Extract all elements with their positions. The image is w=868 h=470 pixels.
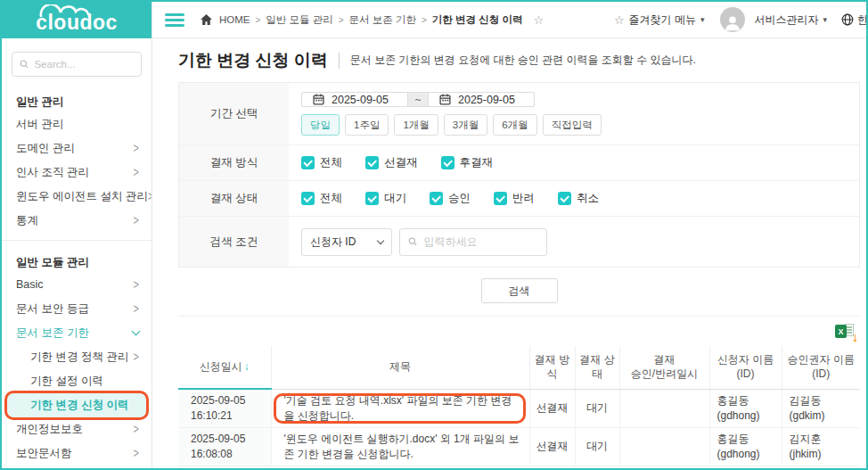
sidebar-item-windows-agent[interactable]: 윈도우 에이전트 설치 관리 >	[2, 185, 151, 209]
topbar-right: ☆ 즐겨찾기 메뉴 ▾ 서비스관리자 ▾	[614, 7, 868, 32]
cell-approval-datetime	[619, 389, 709, 427]
breadcrumb-home[interactable]: HOME	[219, 14, 250, 25]
checkbox-status-pending[interactable]: 대기	[365, 191, 406, 206]
cloudoc-logo[interactable]: cloudoc	[2, 2, 151, 38]
checkbox-checked-icon	[494, 192, 507, 205]
quick-period-3month-button[interactable]: 3개월	[444, 114, 487, 136]
condition-select[interactable]: 신청자 ID	[301, 228, 392, 256]
home-icon	[201, 14, 212, 25]
sidebar-item-domain[interactable]: 도메인 관리 >	[2, 136, 151, 161]
page-title-row: 기한 변경 신청 이력 문서 보존 기한의 변경 요청에 대한 승인 관련 이력…	[178, 38, 860, 82]
sidebar-item-retention-policy[interactable]: 기한 변경 정책 관리 >	[2, 345, 151, 369]
column-header-request-datetime[interactable]: 신청일시↓	[178, 346, 271, 389]
chevron-down-icon	[377, 236, 384, 243]
checkbox-checked-icon	[430, 192, 443, 205]
condition-search-input[interactable]	[424, 235, 538, 248]
filter-panel: 기간 선택 2025-09-05	[178, 82, 860, 268]
filter-label-status: 결재 상태	[179, 181, 289, 216]
date-to-input[interactable]: 2025-09-05	[429, 93, 534, 106]
sidebar-item-external-doc-exchange[interactable]: 대외문서교환 >	[2, 466, 151, 468]
breadcrumb-separator: >	[339, 15, 344, 25]
nav-section-modules: 일반 모듈 관리	[2, 248, 151, 273]
date-from-input[interactable]: 2025-09-05	[302, 93, 407, 106]
quick-period-buttons: 당일 1주일 1개월 3개월 6개월 직접입력	[301, 114, 847, 136]
checkbox-status-canceled[interactable]: 취소	[558, 191, 599, 206]
column-header-approval-datetime[interactable]: 결재 승인/반려일시	[619, 346, 709, 389]
column-header-status[interactable]: 결재 상태	[575, 346, 619, 389]
favorites-menu-button[interactable]: ☆ 즐겨찾기 메뉴 ▾	[614, 12, 705, 28]
quick-period-6month-button[interactable]: 6개월	[493, 114, 536, 136]
breadcrumb-item[interactable]: 일반 모듈 관리	[266, 13, 332, 27]
sidebar-item-secure-docbox[interactable]: 보안문서함 >	[2, 441, 151, 466]
user-menu-button[interactable]: 서비스관리자 ▾	[754, 12, 827, 28]
sidebar-divider	[2, 240, 151, 241]
method-checkbox-group: 전체 선결재 후결재	[301, 154, 847, 171]
cell-request-datetime: 2025-09-05 16:10:21	[178, 389, 271, 427]
date-range-picker: 2025-09-05 ~	[301, 92, 535, 107]
hamburger-menu-icon[interactable]	[165, 11, 184, 29]
breadcrumb-item[interactable]: 문서 보존 기한	[349, 13, 416, 27]
language-selector[interactable]: 한국어	[841, 12, 868, 28]
table-row[interactable]: 2025-09-05 16:08:08 '윈도우 에이전트 실행하기.docx'…	[178, 427, 860, 466]
quick-period-1month-button[interactable]: 1개월	[394, 114, 438, 136]
column-header-requester[interactable]: 신청자 이름 (ID)	[709, 346, 782, 389]
chevron-down-icon	[132, 327, 141, 336]
caret-down-icon: ▾	[700, 15, 705, 24]
title-divider	[339, 53, 340, 69]
sidebar-search[interactable]	[12, 52, 142, 77]
sidebar-item-doc-security-grade[interactable]: 문서 보안 등급 >	[2, 297, 151, 321]
checkbox-method-all[interactable]: 전체	[301, 155, 342, 170]
sidebar-item-retention-change-history[interactable]: 기한 변경 신청 이력	[2, 393, 151, 417]
search-button[interactable]: 검색	[481, 278, 558, 303]
filter-label-method: 결재 방식	[179, 145, 289, 180]
column-header-approver[interactable]: 승인권자 이름 (ID)	[782, 346, 860, 389]
column-header-method[interactable]: 결재 방식	[529, 346, 575, 389]
cloud-arc-icon	[36, 4, 107, 17]
sidebar-item-privacy[interactable]: 개인정보보호 >	[2, 417, 151, 441]
table-row[interactable]: 2025-09-05 16:10:21 '기술 검토 요청 내역.xlsx' 파…	[178, 389, 860, 427]
date-from-value: 2025-09-05	[332, 94, 389, 106]
checkbox-status-approved[interactable]: 승인	[430, 191, 471, 206]
checkbox-status-rejected[interactable]: 반려	[494, 191, 535, 206]
table-header-row: 신청일시↓ 제목 결재 방식 결재 상태 결재 승인/반려일시 신청자 이름	[178, 346, 860, 389]
sidebar-item-statistics[interactable]: 통계 >	[2, 209, 151, 233]
filter-row-period: 기간 선택 2025-09-05	[179, 83, 859, 145]
status-checkbox-group: 전체 대기 승인 반려 취소	[301, 190, 847, 207]
cell-title[interactable]: '기술 검토 요청 내역.xlsx' 파일의 보존 기한 변경을 신청합니다.	[271, 389, 529, 427]
sidebar-item-hr-org[interactable]: 인사 조직 관리 >	[2, 161, 151, 185]
checkbox-status-all[interactable]: 전체	[301, 191, 342, 206]
condition-search-field	[399, 228, 547, 256]
globe-icon	[841, 13, 854, 26]
sidebar-item-retention-set-history[interactable]: 기한 설정 이력	[2, 369, 151, 393]
checkbox-method-pre-approval[interactable]: 선결재	[365, 155, 418, 170]
cell-approver: 김길동 (gdkim)	[782, 389, 860, 427]
quick-period-custom-button[interactable]: 직접입력	[543, 114, 602, 136]
bookmark-star-icon[interactable]: ☆	[533, 13, 544, 27]
quick-period-1week-button[interactable]: 1주일	[345, 114, 389, 136]
quick-period-today-button[interactable]: 당일	[301, 114, 340, 136]
caret-down-icon: ▾	[823, 15, 827, 24]
sidebar-search-input[interactable]	[34, 59, 134, 70]
calendar-icon	[439, 94, 451, 105]
sort-desc-icon: ↓	[244, 360, 250, 373]
cell-approval-datetime	[619, 427, 709, 466]
breadcrumb-separator: >	[422, 15, 427, 25]
user-avatar[interactable]	[720, 7, 745, 32]
topbar: HOME > 일반 모듈 관리 > 문서 보존 기한 > 기한 변경 신청 이력…	[152, 2, 866, 38]
breadcrumb-current: 기한 변경 신청 이력	[432, 13, 523, 27]
checkbox-checked-icon	[558, 192, 571, 205]
column-header-title[interactable]: 제목	[271, 346, 529, 389]
cell-status: 대기	[575, 389, 619, 427]
cell-requester: 홍길동 (gdhong)	[709, 427, 782, 466]
excel-download-icon[interactable]: X ↓	[835, 324, 858, 341]
sidebar-item-doc-retention[interactable]: 문서 보존 기한	[2, 321, 151, 345]
search-icon	[20, 59, 29, 70]
checkbox-checked-icon	[365, 156, 379, 169]
cell-title[interactable]: '윈도우 에이전트 실행하기.docx' 외 1개 파일의 보존 기한 변경을 …	[271, 427, 529, 466]
sidebar-item-server[interactable]: 서버 관리	[2, 112, 151, 136]
checkbox-method-post-approval[interactable]: 후결재	[441, 155, 494, 170]
sidebar: cloudoc 일반 관리 서버 관리 도메인 관리 > 인사 조직 관리 >	[2, 2, 152, 468]
filter-label-condition: 검색 조건	[179, 217, 289, 267]
sidebar-item-basic[interactable]: Basic >	[2, 273, 151, 297]
chevron-right-icon: >	[134, 205, 139, 236]
